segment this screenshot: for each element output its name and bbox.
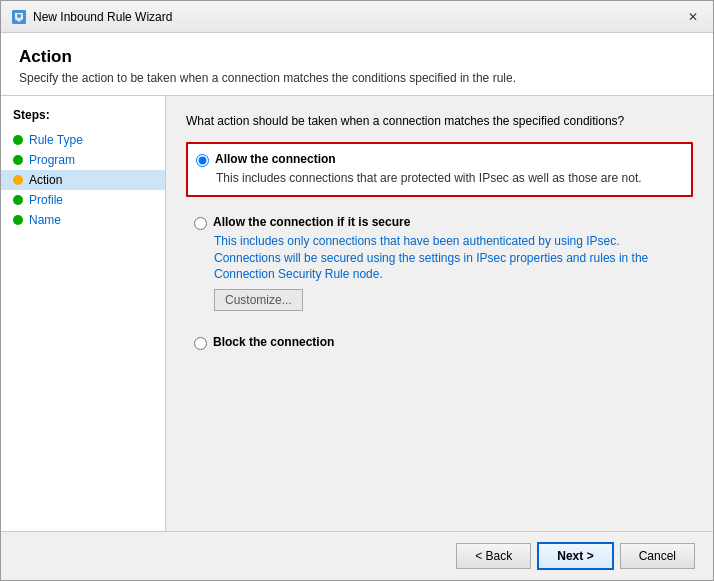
option-block-label[interactable]: Block the connection xyxy=(194,335,683,350)
title-bar: New Inbound Rule Wizard ✕ xyxy=(1,1,713,33)
dot-icon-action xyxy=(13,175,23,185)
main-panel: What action should be taken when a conne… xyxy=(166,96,713,531)
option-allow-secure-label[interactable]: Allow the connection if it is secure xyxy=(194,215,683,230)
option-block-box: Block the connection xyxy=(186,327,693,361)
option-allow-desc: This includes connections that are prote… xyxy=(216,170,681,187)
sidebar-label-name: Name xyxy=(29,213,61,227)
dot-icon-program xyxy=(13,155,23,165)
radio-allow-secure[interactable] xyxy=(194,217,207,230)
back-button[interactable]: < Back xyxy=(456,543,531,569)
question-text: What action should be taken when a conne… xyxy=(186,114,693,128)
footer: < Back Next > Cancel xyxy=(1,531,713,580)
content-area: Steps: Rule Type Program Action Profile … xyxy=(1,96,713,531)
customize-button[interactable]: Customize... xyxy=(214,289,303,311)
sidebar: Steps: Rule Type Program Action Profile … xyxy=(1,96,166,531)
sidebar-label-action: Action xyxy=(29,173,62,187)
sidebar-item-action: Action xyxy=(1,170,165,190)
svg-point-2 xyxy=(17,14,21,18)
sidebar-label-profile: Profile xyxy=(29,193,63,207)
window-title: New Inbound Rule Wizard xyxy=(33,10,172,24)
radio-block[interactable] xyxy=(194,337,207,350)
wizard-icon xyxy=(11,9,27,25)
page-title: Action xyxy=(19,47,695,67)
close-button[interactable]: ✕ xyxy=(683,7,703,27)
option-allow-secure-box: Allow the connection if it is secure Thi… xyxy=(186,207,693,319)
cancel-button[interactable]: Cancel xyxy=(620,543,695,569)
sidebar-item-rule-type: Rule Type xyxy=(1,130,165,150)
header-section: Action Specify the action to be taken wh… xyxy=(1,33,713,96)
header-description: Specify the action to be taken when a co… xyxy=(19,71,695,85)
option-allow-secure-desc: This includes only connections that have… xyxy=(214,233,683,283)
title-bar-left: New Inbound Rule Wizard xyxy=(11,9,172,25)
option-allow-box: Allow the connection This includes conne… xyxy=(186,142,693,197)
option-block-title: Block the connection xyxy=(213,335,334,349)
sidebar-item-program: Program xyxy=(1,150,165,170)
dot-icon-profile xyxy=(13,195,23,205)
radio-allow[interactable] xyxy=(196,154,209,167)
option-allow-label[interactable]: Allow the connection xyxy=(196,152,681,167)
sidebar-item-profile: Profile xyxy=(1,190,165,210)
option-allow-title: Allow the connection xyxy=(215,152,336,166)
option-allow-secure-title: Allow the connection if it is secure xyxy=(213,215,410,229)
sidebar-item-name: Name xyxy=(1,210,165,230)
sidebar-label-program: Program xyxy=(29,153,75,167)
sidebar-label-rule-type: Rule Type xyxy=(29,133,83,147)
next-button[interactable]: Next > xyxy=(537,542,613,570)
sidebar-title: Steps: xyxy=(1,108,165,130)
wizard-window: New Inbound Rule Wizard ✕ Action Specify… xyxy=(0,0,714,581)
dot-icon-name xyxy=(13,215,23,225)
dot-icon-rule-type xyxy=(13,135,23,145)
